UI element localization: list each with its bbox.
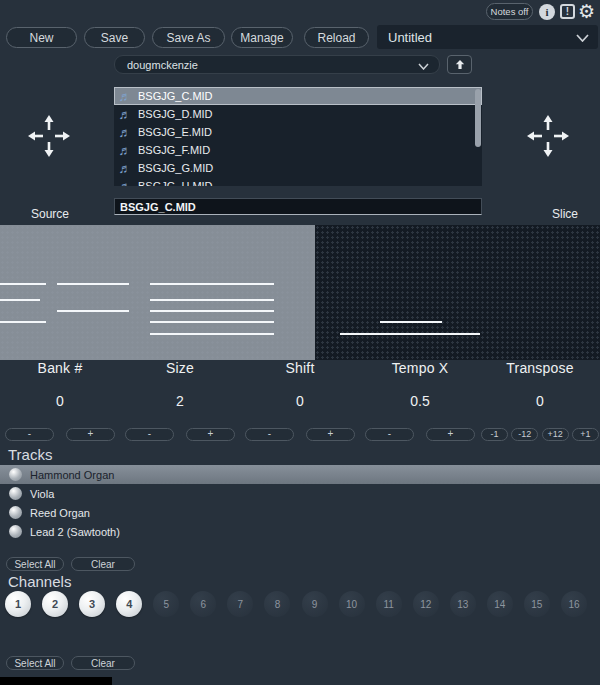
source-move-arrows-icon[interactable]	[26, 113, 72, 159]
midi-note-icon: ♬	[118, 89, 132, 104]
alert-icon[interactable]: !	[560, 4, 575, 19]
track-label: Reed Organ	[30, 507, 90, 519]
midi-view[interactable]	[0, 225, 600, 360]
file-item[interactable]: ♬BSGJG_C.MID	[114, 87, 482, 105]
notes-off-button[interactable]: Notes off	[486, 3, 533, 20]
channel-11[interactable]: 11	[376, 591, 402, 617]
chevron-down-icon	[576, 34, 589, 42]
slice-label: Slice	[543, 207, 587, 221]
channel-9[interactable]: 9	[302, 591, 328, 617]
channel-13[interactable]: 13	[450, 591, 476, 617]
track-label: Viola	[30, 488, 54, 500]
folder-up-button[interactable]	[447, 55, 472, 74]
up-arrow-icon	[455, 59, 465, 70]
file-item[interactable]: ♬BSGJG_H.MID	[114, 177, 482, 186]
channels-select-all-button[interactable]: Select All	[6, 656, 64, 670]
channel-10[interactable]: 10	[339, 591, 365, 617]
midi-note-line	[150, 310, 274, 312]
channel-6[interactable]: 6	[190, 591, 216, 617]
track-label: Hammond Organ	[30, 469, 114, 481]
channel-14[interactable]: 14	[487, 591, 513, 617]
channel-2[interactable]: 2	[42, 591, 68, 617]
channel-16[interactable]: 16	[561, 591, 587, 617]
param-button[interactable]: -	[365, 428, 414, 441]
channel-12[interactable]: 12	[413, 591, 439, 617]
preset-name: Untitled	[388, 30, 432, 45]
info-icon[interactable]: i	[539, 4, 555, 20]
track-ball-icon	[9, 506, 22, 519]
midi-note-line	[380, 321, 442, 323]
channel-8[interactable]: 8	[264, 591, 290, 617]
file-label: BSGJG_E.MID	[138, 126, 212, 138]
param-buttons: -+	[245, 428, 355, 441]
param-button[interactable]: +	[186, 428, 235, 441]
track-item[interactable]: Hammond Organ	[0, 465, 600, 484]
file-item[interactable]: ♬BSGJG_G.MID	[114, 159, 482, 177]
topbar-button-save[interactable]: Save	[84, 27, 145, 48]
file-item[interactable]: ♬BSGJG_F.MID	[114, 141, 482, 159]
midi-note-line	[57, 310, 129, 312]
topbar-button-reload[interactable]: Reload	[304, 27, 369, 48]
midi-note-icon: ♬	[118, 125, 132, 140]
param-value: 0	[0, 393, 120, 409]
param-button[interactable]: -12	[511, 428, 538, 441]
file-list[interactable]: ♬BSGJG_C.MID♬BSGJG_D.MID♬BSGJG_E.MID♬BSG…	[114, 87, 482, 186]
param-button[interactable]: -1	[481, 428, 508, 441]
file-label: BSGJG_D.MID	[138, 108, 213, 120]
param-button[interactable]: -	[5, 428, 54, 441]
param-label: Transpose	[480, 360, 600, 376]
channel-3[interactable]: 3	[79, 591, 105, 617]
folder-select[interactable]: dougmckenzie	[114, 55, 440, 74]
midi-note-icon: ♬	[118, 143, 132, 158]
params: Bank #0-+Size2-+Shift0-+Tempo X0.5-+Tran…	[0, 360, 600, 445]
channels-heading: Channels	[8, 573, 71, 590]
midi-note-line	[340, 333, 480, 335]
param-bank: Bank #0-+	[0, 360, 120, 445]
topbar-button-new[interactable]: New	[6, 27, 77, 48]
track-item[interactable]: Reed Organ	[0, 503, 600, 522]
file-item[interactable]: ♬BSGJG_E.MID	[114, 123, 482, 141]
topbar-button-save-as[interactable]: Save As	[152, 27, 225, 48]
file-item[interactable]: ♬BSGJG_D.MID	[114, 105, 482, 123]
preset-select[interactable]: Untitled	[377, 25, 598, 49]
param-value: 0	[480, 393, 600, 409]
channel-15[interactable]: 15	[524, 591, 550, 617]
channels-clear-button[interactable]: Clear	[71, 656, 135, 670]
track-ball-icon	[9, 487, 22, 500]
param-button[interactable]: +	[426, 428, 475, 441]
tracks-clear-button[interactable]: Clear	[71, 557, 135, 571]
midi-note-line	[150, 321, 274, 323]
file-label: BSGJG_H.MID	[138, 180, 213, 186]
midi-note-line	[0, 321, 46, 323]
file-label: BSGJG_G.MID	[138, 162, 213, 174]
source-label: Source	[27, 207, 73, 221]
midi-note-icon: ♬	[118, 107, 132, 122]
track-list: Hammond OrganViolaReed OrganLead 2 (Sawt…	[0, 465, 600, 541]
midi-note-icon: ♬	[118, 179, 132, 187]
param-button[interactable]: +12	[542, 428, 569, 441]
param-buttons: -1-12+12+1	[481, 428, 599, 441]
param-button[interactable]: +1	[572, 428, 599, 441]
param-label: Shift	[240, 360, 360, 376]
slice-move-arrows-icon[interactable]	[525, 113, 571, 159]
param-button[interactable]: -	[245, 428, 294, 441]
chevron-down-icon	[418, 63, 429, 70]
param-button[interactable]: +	[66, 428, 115, 441]
track-ball-icon	[9, 525, 22, 538]
channel-4[interactable]: 4	[116, 591, 142, 617]
track-ball-icon	[9, 468, 22, 481]
file-list-scrollbar[interactable]	[475, 89, 481, 147]
midi-selection-overlay[interactable]	[0, 225, 315, 360]
param-button[interactable]: -	[125, 428, 174, 441]
track-item[interactable]: Viola	[0, 484, 600, 503]
param-button[interactable]: +	[306, 428, 355, 441]
tracks-select-all-button[interactable]: Select All	[6, 557, 64, 571]
channel-1[interactable]: 1	[5, 591, 31, 617]
track-item[interactable]: Lead 2 (Sawtooth)	[0, 522, 600, 541]
topbar-button-manage[interactable]: Manage	[231, 27, 293, 48]
param-shift: Shift0-+	[240, 360, 360, 445]
channel-5[interactable]: 5	[153, 591, 179, 617]
filename-input[interactable]: BSGJG_C.MID	[114, 198, 482, 215]
channel-7[interactable]: 7	[227, 591, 253, 617]
gear-icon[interactable]: ⚙	[578, 0, 595, 24]
